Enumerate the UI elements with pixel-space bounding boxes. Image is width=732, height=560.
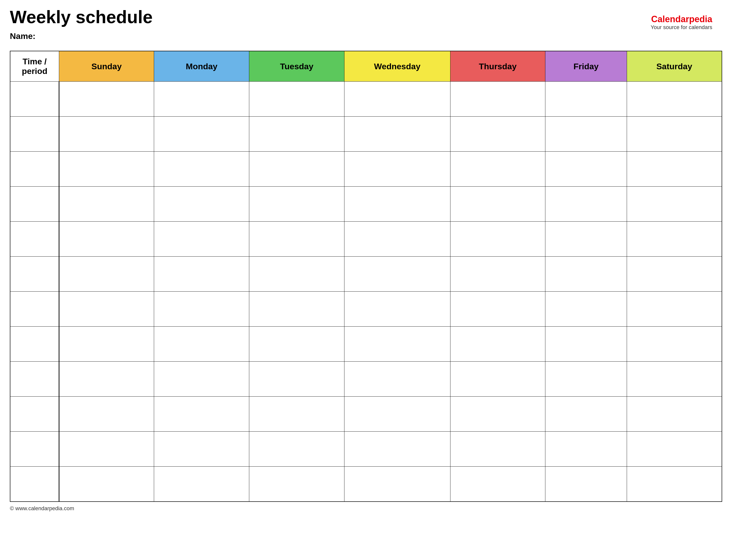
time-cell[interactable]	[10, 327, 59, 362]
cell-saturday[interactable]	[627, 257, 722, 292]
cell-thursday[interactable]	[450, 432, 545, 467]
cell-monday[interactable]	[154, 327, 249, 362]
time-cell[interactable]	[10, 467, 59, 502]
cell-thursday[interactable]	[450, 222, 545, 257]
table-row	[10, 467, 722, 502]
cell-friday[interactable]	[545, 467, 627, 502]
cell-saturday[interactable]	[627, 327, 722, 362]
cell-sunday[interactable]	[59, 397, 154, 432]
cell-sunday[interactable]	[59, 82, 154, 117]
cell-sunday[interactable]	[59, 292, 154, 327]
cell-wednesday[interactable]	[344, 327, 450, 362]
time-cell[interactable]	[10, 432, 59, 467]
cell-thursday[interactable]	[450, 467, 545, 502]
cell-tuesday[interactable]	[249, 432, 344, 467]
brand-logo: Calendarpedia Your source for calendars	[651, 14, 712, 31]
cell-thursday[interactable]	[450, 327, 545, 362]
cell-sunday[interactable]	[59, 362, 154, 397]
cell-friday[interactable]	[545, 327, 627, 362]
cell-sunday[interactable]	[59, 467, 154, 502]
time-cell[interactable]	[10, 117, 59, 152]
cell-monday[interactable]	[154, 467, 249, 502]
cell-friday[interactable]	[545, 432, 627, 467]
cell-saturday[interactable]	[627, 82, 722, 117]
cell-monday[interactable]	[154, 257, 249, 292]
cell-friday[interactable]	[545, 152, 627, 187]
cell-monday[interactable]	[154, 187, 249, 222]
cell-wednesday[interactable]	[344, 187, 450, 222]
cell-tuesday[interactable]	[249, 152, 344, 187]
cell-tuesday[interactable]	[249, 222, 344, 257]
cell-sunday[interactable]	[59, 117, 154, 152]
cell-wednesday[interactable]	[344, 467, 450, 502]
cell-monday[interactable]	[154, 432, 249, 467]
time-cell[interactable]	[10, 362, 59, 397]
cell-wednesday[interactable]	[344, 117, 450, 152]
table-row	[10, 117, 722, 152]
cell-saturday[interactable]	[627, 222, 722, 257]
cell-friday[interactable]	[545, 187, 627, 222]
cell-sunday[interactable]	[59, 432, 154, 467]
cell-thursday[interactable]	[450, 82, 545, 117]
cell-saturday[interactable]	[627, 432, 722, 467]
time-cell[interactable]	[10, 397, 59, 432]
time-cell[interactable]	[10, 222, 59, 257]
cell-wednesday[interactable]	[344, 82, 450, 117]
time-cell[interactable]	[10, 187, 59, 222]
cell-saturday[interactable]	[627, 152, 722, 187]
cell-tuesday[interactable]	[249, 257, 344, 292]
cell-tuesday[interactable]	[249, 397, 344, 432]
cell-sunday[interactable]	[59, 222, 154, 257]
cell-friday[interactable]	[545, 397, 627, 432]
brand-name-part1: Calendar	[651, 14, 689, 24]
cell-monday[interactable]	[154, 362, 249, 397]
cell-monday[interactable]	[154, 152, 249, 187]
cell-wednesday[interactable]	[344, 222, 450, 257]
cell-friday[interactable]	[545, 257, 627, 292]
cell-tuesday[interactable]	[249, 187, 344, 222]
cell-thursday[interactable]	[450, 187, 545, 222]
cell-tuesday[interactable]	[249, 362, 344, 397]
cell-thursday[interactable]	[450, 257, 545, 292]
cell-tuesday[interactable]	[249, 327, 344, 362]
cell-wednesday[interactable]	[344, 257, 450, 292]
cell-thursday[interactable]	[450, 292, 545, 327]
time-cell[interactable]	[10, 292, 59, 327]
cell-thursday[interactable]	[450, 117, 545, 152]
cell-saturday[interactable]	[627, 362, 722, 397]
cell-wednesday[interactable]	[344, 362, 450, 397]
cell-tuesday[interactable]	[249, 117, 344, 152]
cell-wednesday[interactable]	[344, 152, 450, 187]
cell-thursday[interactable]	[450, 397, 545, 432]
cell-wednesday[interactable]	[344, 292, 450, 327]
cell-friday[interactable]	[545, 222, 627, 257]
cell-thursday[interactable]	[450, 152, 545, 187]
cell-sunday[interactable]	[59, 152, 154, 187]
cell-tuesday[interactable]	[249, 292, 344, 327]
time-cell[interactable]	[10, 152, 59, 187]
cell-sunday[interactable]	[59, 257, 154, 292]
time-cell[interactable]	[10, 257, 59, 292]
cell-tuesday[interactable]	[249, 467, 344, 502]
cell-saturday[interactable]	[627, 467, 722, 502]
cell-sunday[interactable]	[59, 327, 154, 362]
cell-tuesday[interactable]	[249, 82, 344, 117]
cell-monday[interactable]	[154, 397, 249, 432]
cell-friday[interactable]	[545, 82, 627, 117]
cell-wednesday[interactable]	[344, 432, 450, 467]
cell-saturday[interactable]	[627, 117, 722, 152]
cell-friday[interactable]	[545, 292, 627, 327]
cell-saturday[interactable]	[627, 292, 722, 327]
cell-monday[interactable]	[154, 292, 249, 327]
cell-friday[interactable]	[545, 117, 627, 152]
cell-saturday[interactable]	[627, 397, 722, 432]
cell-friday[interactable]	[545, 362, 627, 397]
cell-monday[interactable]	[154, 117, 249, 152]
time-cell[interactable]	[10, 82, 59, 117]
cell-saturday[interactable]	[627, 187, 722, 222]
cell-monday[interactable]	[154, 222, 249, 257]
cell-thursday[interactable]	[450, 362, 545, 397]
cell-monday[interactable]	[154, 82, 249, 117]
cell-wednesday[interactable]	[344, 397, 450, 432]
cell-sunday[interactable]	[59, 187, 154, 222]
